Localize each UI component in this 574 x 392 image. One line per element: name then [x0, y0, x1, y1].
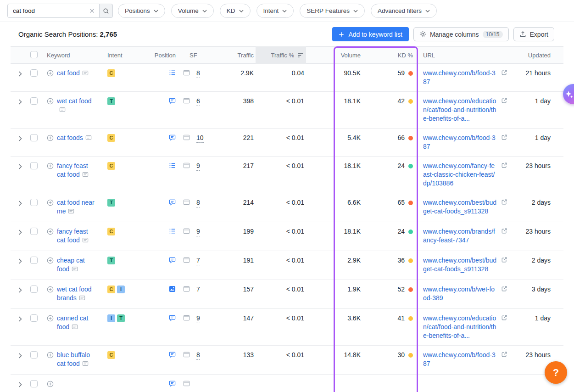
- view-serp-icon[interactable]: [183, 134, 190, 141]
- manage-columns-button[interactable]: Manage columns 10/15: [413, 27, 509, 41]
- filter-advanced-filters-dropdown[interactable]: Advanced filters: [371, 4, 437, 18]
- serp-preview-icon[interactable]: [82, 360, 89, 369]
- position-value[interactable]: 8: [196, 351, 200, 360]
- filter-serp-features-dropdown[interactable]: SERP Features: [300, 4, 365, 18]
- col-header-updated[interactable]: Updated: [510, 52, 556, 59]
- row-checkbox[interactable]: [30, 257, 38, 264]
- view-serp-icon[interactable]: [183, 285, 190, 292]
- row-checkbox[interactable]: [30, 380, 38, 387]
- row-checkbox[interactable]: [30, 351, 38, 358]
- url-link[interactable]: www.chewy.com/best/budget-cat-foods_s911…: [423, 199, 496, 215]
- col-header-kd[interactable]: KD %: [363, 52, 418, 59]
- view-serp-icon[interactable]: [183, 97, 190, 104]
- keyword-link[interactable]: cat food: [57, 69, 80, 77]
- external-link-icon[interactable]: [501, 97, 507, 106]
- url-link[interactable]: www.chewy.com/brands/fancy-feast-7347: [423, 228, 495, 244]
- row-checkbox[interactable]: [30, 286, 38, 293]
- external-link-icon[interactable]: [501, 69, 507, 78]
- url-link[interactable]: www.chewy.com/fancy-feast-classic-chicke…: [423, 162, 495, 187]
- row-checkbox[interactable]: [30, 228, 38, 235]
- position-value[interactable]: 7: [196, 285, 200, 294]
- filter-kd-dropdown[interactable]: KD: [220, 4, 251, 18]
- serp-preview-icon[interactable]: [68, 208, 74, 217]
- expand-row-icon[interactable]: [18, 71, 22, 77]
- row-checkbox[interactable]: [30, 69, 38, 77]
- expand-row-icon[interactable]: [18, 353, 22, 358]
- url-link[interactable]: www.chewy.com/b/food-387: [423, 69, 496, 85]
- row-checkbox[interactable]: [30, 162, 38, 169]
- help-button[interactable]: ?: [545, 361, 567, 384]
- expand-row-icon[interactable]: [18, 230, 22, 235]
- position-value[interactable]: 10: [196, 134, 204, 143]
- view-serp-icon[interactable]: [183, 69, 190, 76]
- expand-row-icon[interactable]: [18, 382, 22, 387]
- serp-preview-icon[interactable]: [72, 266, 78, 274]
- keyword-link[interactable]: cheap cat food: [57, 257, 85, 273]
- row-checkbox[interactable]: [30, 199, 38, 206]
- position-value[interactable]: 9: [196, 227, 200, 236]
- external-link-icon[interactable]: [501, 228, 507, 236]
- position-value[interactable]: 9: [196, 162, 200, 171]
- filter-positions-dropdown[interactable]: Positions: [118, 4, 165, 18]
- col-header-position[interactable]: Position: [139, 52, 183, 59]
- col-header-traffic-pct[interactable]: Traffic %: [256, 46, 306, 64]
- external-link-icon[interactable]: [501, 199, 507, 207]
- search-input[interactable]: cat food: [7, 4, 100, 18]
- url-link[interactable]: www.chewy.com/b/food-387: [423, 134, 496, 150]
- external-link-icon[interactable]: [501, 286, 507, 294]
- add-to-keyword-list-button[interactable]: Add to keyword list: [332, 27, 409, 41]
- add-keyword-icon[interactable]: [47, 256, 54, 274]
- position-value[interactable]: 8: [196, 69, 200, 78]
- external-link-icon[interactable]: [501, 134, 507, 143]
- url-link[interactable]: www.chewy.com/education/cat/food-and-nut…: [423, 97, 496, 122]
- add-keyword-icon[interactable]: [47, 198, 54, 217]
- serp-preview-icon[interactable]: [85, 134, 92, 143]
- view-serp-icon[interactable]: [183, 256, 190, 263]
- serp-preview-icon[interactable]: [82, 237, 89, 246]
- view-serp-icon[interactable]: [183, 162, 190, 169]
- col-header-volume[interactable]: Volume: [306, 52, 363, 59]
- add-keyword-icon[interactable]: [47, 380, 54, 387]
- view-serp-icon[interactable]: [183, 351, 190, 358]
- add-keyword-icon[interactable]: [47, 351, 54, 369]
- col-header-keyword[interactable]: Keyword: [47, 52, 107, 59]
- position-value[interactable]: 8: [196, 198, 200, 207]
- position-value[interactable]: 6: [196, 97, 200, 106]
- expand-row-icon[interactable]: [18, 287, 22, 293]
- add-keyword-icon[interactable]: [47, 69, 54, 78]
- position-value[interactable]: 9: [196, 314, 200, 323]
- external-link-icon[interactable]: [501, 257, 507, 265]
- col-header-sf[interactable]: SF: [183, 52, 210, 59]
- expand-row-icon[interactable]: [18, 99, 22, 105]
- url-link[interactable]: www.chewy.com/best/budget-cat-foods_s911…: [423, 257, 496, 273]
- filter-volume-dropdown[interactable]: Volume: [171, 4, 214, 18]
- col-header-intent[interactable]: Intent: [107, 51, 139, 59]
- view-serp-icon[interactable]: [183, 198, 190, 206]
- keyword-link[interactable]: cat food near me: [57, 199, 95, 215]
- external-link-icon[interactable]: [501, 351, 507, 360]
- add-keyword-icon[interactable]: [47, 285, 54, 303]
- view-serp-icon[interactable]: [183, 314, 190, 321]
- expand-row-icon[interactable]: [18, 201, 22, 206]
- keyword-link[interactable]: wet cat food brands: [57, 286, 92, 302]
- expand-row-icon[interactable]: [18, 164, 22, 169]
- add-keyword-icon[interactable]: [47, 162, 54, 180]
- serp-preview-icon[interactable]: [72, 324, 78, 332]
- serp-preview-icon[interactable]: [82, 70, 89, 78]
- add-keyword-icon[interactable]: [47, 314, 54, 332]
- view-serp-icon[interactable]: [183, 380, 190, 387]
- expand-row-icon[interactable]: [18, 258, 22, 264]
- col-header-traffic[interactable]: Traffic: [210, 52, 256, 59]
- keyword-link[interactable]: cat foods: [57, 134, 83, 141]
- filter-intent-dropdown[interactable]: Intent: [256, 4, 294, 18]
- expand-row-icon[interactable]: [18, 136, 22, 141]
- row-checkbox[interactable]: [30, 314, 38, 322]
- url-link[interactable]: www.chewy.com/education/cat/food-and-nut…: [423, 314, 496, 339]
- col-header-url[interactable]: URL: [418, 52, 510, 59]
- external-link-icon[interactable]: [501, 162, 507, 171]
- position-value[interactable]: 7: [196, 256, 200, 265]
- add-keyword-icon[interactable]: [47, 134, 54, 143]
- serp-preview-icon[interactable]: [79, 295, 85, 303]
- keyword-link[interactable]: wet cat food: [57, 97, 92, 105]
- view-serp-icon[interactable]: [183, 227, 190, 235]
